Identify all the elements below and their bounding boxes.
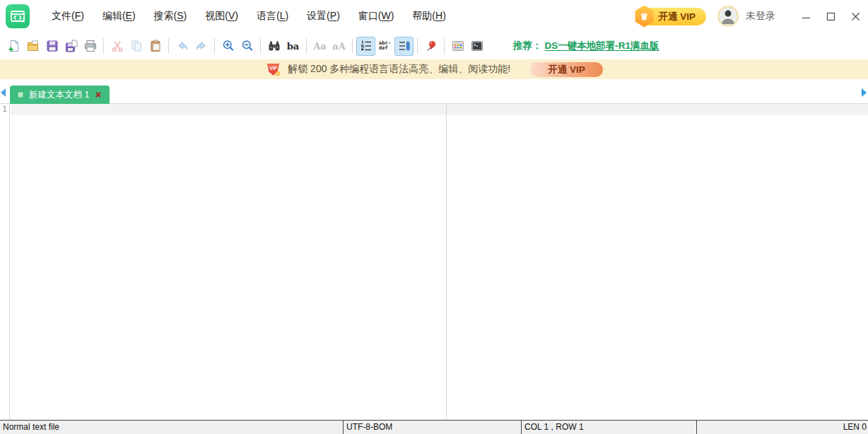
status-doc-type: Normal text file (0, 421, 343, 434)
lowercase-button[interactable]: aA (329, 37, 348, 56)
menu-view[interactable]: 视图(V) (196, 6, 247, 27)
titlebar-right-cluster: ♛ 开通 VIP 未登录 (636, 4, 868, 28)
tab-title: 新建文本文档 1 (29, 89, 89, 101)
uppercase-icon: Aa (313, 42, 327, 51)
recommend-area: 推荐： DS一键本地部署-R1满血版 (513, 40, 659, 52)
menu-language[interactable]: 语言(L) (247, 6, 298, 27)
menu-edit[interactable]: 编辑(E) (93, 6, 145, 27)
menu-window[interactable]: 窗口(W) (349, 6, 404, 27)
print-button[interactable] (81, 37, 100, 56)
app-logo-icon (6, 4, 30, 28)
avatar[interactable] (717, 6, 739, 27)
word-wrap-icon: abc- def (379, 41, 391, 51)
open-file-button[interactable] (23, 37, 42, 56)
status-bar: Normal text file UTF-8-BOM COL 1 , ROW 1… (0, 420, 868, 434)
title-bar: 文件(F) 编辑(E) 搜索(S) 视图(V) 语言(L) 设置(P) 窗口(W… (0, 0, 868, 33)
zoom-in-button[interactable] (218, 37, 237, 56)
menu-settings[interactable]: 设置(P) (298, 6, 349, 27)
show-blank-icon (398, 40, 411, 52)
zoom-out-button[interactable] (237, 37, 257, 56)
save-as-button[interactable] (61, 37, 81, 56)
banner-message: 解锁 200 多种编程语言语法高亮、编辑、阅读功能! (288, 63, 510, 76)
tab-saved-indicator-icon (18, 92, 23, 98)
toolbar: ba Aa aA abc- def (0, 33, 868, 59)
copy-icon (130, 40, 143, 52)
replace-icon: ba (287, 42, 300, 51)
new-file-button[interactable] (4, 37, 23, 56)
line-number-gutter: 1 (0, 104, 10, 420)
paste-button[interactable] (146, 37, 165, 56)
line-numbers-icon (360, 40, 373, 52)
undo-icon (176, 40, 189, 52)
status-cursor-position: COL 1 , ROW 1 (521, 421, 696, 434)
word-wrap-toggle[interactable]: abc- def (375, 37, 394, 56)
open-folder-icon (27, 40, 40, 52)
maximize-button[interactable] (819, 4, 843, 28)
line-numbers-toggle[interactable] (356, 37, 375, 56)
menu-bar: 文件(F) 编辑(E) 搜索(S) 视图(V) 语言(L) 设置(P) 窗口(W… (42, 6, 455, 27)
toolbar-separator (352, 38, 353, 54)
toolbar-separator (103, 38, 104, 54)
status-encoding: UTF-8-BOM (343, 421, 521, 434)
lowercase-icon: aA (332, 42, 346, 51)
save-button[interactable] (42, 37, 61, 56)
status-length: LEN 0 (696, 421, 868, 434)
app-window: 文件(F) 编辑(E) 搜索(S) 视图(V) 语言(L) 设置(P) 窗口(W… (0, 0, 868, 434)
redo-icon (195, 40, 208, 52)
banner-open-vip-button[interactable]: 开通 VIP (530, 62, 603, 77)
print-icon (84, 40, 97, 52)
uppercase-button[interactable]: Aa (310, 37, 329, 56)
tab-bar: 新建文本文档 1 ✕ (0, 79, 868, 104)
toolbar-separator (214, 38, 215, 54)
toolbar-separator (444, 38, 445, 54)
crown-badge-icon: ♛ (634, 6, 654, 28)
login-status[interactable]: 未登录 (746, 10, 775, 23)
pin-icon (425, 40, 438, 52)
svg-text:VIP: VIP (269, 66, 277, 71)
toolbar-separator (306, 38, 307, 54)
editor-vertical-guide (446, 104, 447, 420)
color-scheme-button[interactable] (448, 37, 467, 56)
menu-file[interactable]: 文件(F) (42, 6, 93, 27)
paste-icon (149, 40, 162, 52)
toolbar-separator (260, 38, 261, 54)
show-blank-toggle[interactable] (394, 37, 414, 56)
recommend-link[interactable]: DS一键本地部署-R1满血版 (545, 40, 659, 52)
replace-button[interactable]: ba (283, 37, 303, 56)
tab-document-1[interactable]: 新建文本文档 1 ✕ (10, 86, 110, 104)
open-vip-button[interactable]: ♛ 开通 VIP (636, 8, 706, 25)
close-button[interactable] (843, 4, 868, 28)
find-binoculars-icon (268, 40, 281, 52)
open-vip-label: 开通 VIP (658, 11, 696, 22)
editor-area[interactable]: 1 (0, 104, 868, 420)
save-as-icon (65, 40, 78, 52)
vip-badge-icon: VIP (265, 62, 281, 77)
toolbar-separator (168, 38, 169, 54)
color-scheme-icon (452, 40, 464, 52)
recommend-label: 推荐： (513, 40, 542, 52)
redo-button[interactable] (192, 37, 211, 56)
pin-on-top-button[interactable] (421, 37, 440, 56)
terminal-icon (471, 40, 483, 52)
zoom-out-icon (241, 40, 254, 52)
minimize-button[interactable] (794, 4, 819, 28)
toolbar-separator (417, 38, 418, 54)
tab-scroll-left-icon[interactable] (1, 88, 6, 97)
tab-scroll-right-icon[interactable] (862, 88, 867, 97)
vip-banner: VIP 解锁 200 多种编程语言语法高亮、编辑、阅读功能! 开通 VIP (0, 59, 868, 79)
line-number: 1 (0, 104, 9, 115)
copy-button[interactable] (127, 37, 146, 56)
terminal-button[interactable] (467, 37, 486, 56)
zoom-in-icon (222, 40, 235, 52)
current-line-highlight (11, 104, 868, 115)
menu-search[interactable]: 搜索(S) (145, 6, 197, 27)
menu-help[interactable]: 帮助(H) (403, 6, 454, 27)
save-icon (46, 40, 59, 52)
tab-close-icon[interactable]: ✕ (95, 91, 101, 99)
new-file-icon (8, 40, 20, 52)
window-controls (794, 4, 868, 28)
undo-button[interactable] (172, 37, 192, 56)
cut-button[interactable] (107, 37, 127, 56)
find-button[interactable] (264, 37, 283, 56)
cut-icon (111, 40, 124, 52)
